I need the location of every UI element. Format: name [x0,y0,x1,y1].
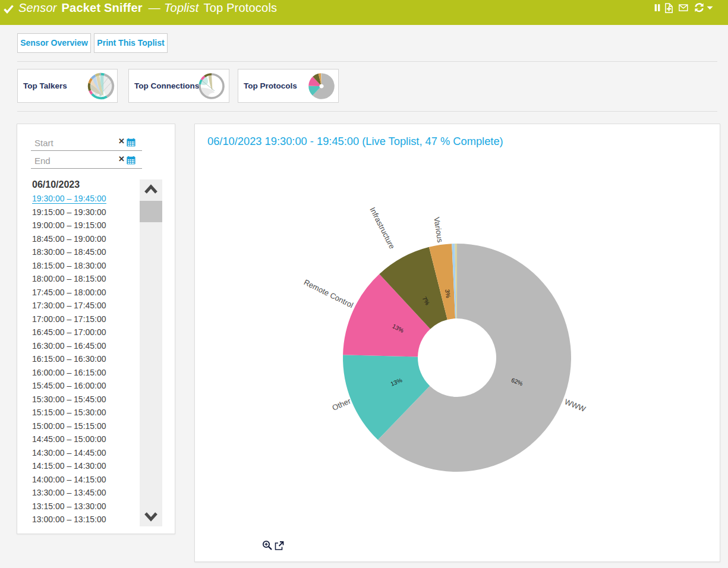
svg-text:Infrastructure: Infrastructure [368,206,396,250]
svg-text:Other: Other [331,396,352,412]
svg-text:WWW: WWW [563,397,587,414]
svg-text:Remote Control: Remote Control [302,277,355,310]
svg-text:Various: Various [432,216,445,243]
svg-text:3%: 3% [444,289,452,298]
